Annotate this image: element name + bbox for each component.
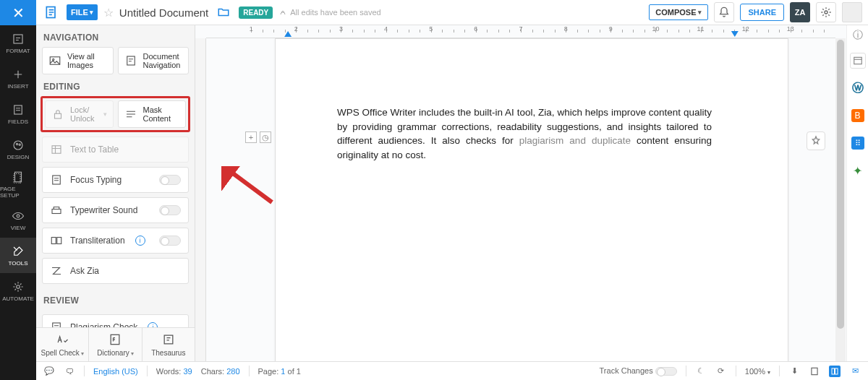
rail-insert[interactable]: INSERT xyxy=(0,61,36,96)
gutter-controls: + ◷ xyxy=(245,131,271,143)
comments-icon[interactable]: 💬 xyxy=(43,366,55,377)
view-mode-web[interactable] xyxy=(829,366,841,377)
refresh-icon[interactable]: ⟳ xyxy=(715,366,727,377)
settings-button[interactable] xyxy=(816,2,836,22)
spell-check[interactable]: Spell Check▾ xyxy=(36,328,89,361)
ask-zia[interactable]: Ask Zia xyxy=(42,258,189,284)
language-selector[interactable]: English (US) xyxy=(93,367,138,376)
chat-icon[interactable]: 🗨 xyxy=(64,366,75,377)
top-toolbar: FILE▾ ☆ Untitled Document READY All edit… xyxy=(36,0,868,25)
rail-page-setup[interactable]: PAGE SETUP xyxy=(0,167,36,202)
gutter-expand[interactable]: ◷ xyxy=(260,131,271,143)
tools-panel: NAVIGATION View all Images Document Navi… xyxy=(36,25,195,361)
share-button[interactable]: SHARE xyxy=(740,4,784,21)
close-app-button[interactable]: ✕ xyxy=(0,0,36,25)
svg-point-10 xyxy=(825,11,827,14)
char-count[interactable]: Chars: 280 xyxy=(201,367,240,376)
lock-unlock-label: Lock/ Unlock xyxy=(70,105,98,123)
info-icon[interactable]: i xyxy=(135,236,145,246)
horizontal-ruler[interactable]: 12345678910111213 xyxy=(206,25,835,38)
ready-badge: READY xyxy=(239,7,273,19)
typewriter-sound[interactable]: Typewriter Sound xyxy=(42,197,189,223)
app-icon[interactable] xyxy=(42,3,61,22)
mask-content[interactable]: Mask Content xyxy=(118,100,187,128)
moon-icon[interactable]: ☾ xyxy=(695,366,707,377)
document-page[interactable]: + ◷ WPS Office Writer includes the built… xyxy=(275,38,788,380)
lock-mask-highlight: Lock/ Unlock ▾ Mask Content xyxy=(41,96,190,132)
rail-fields[interactable]: FIELDS xyxy=(0,96,36,131)
focus-typing[interactable]: Focus Typing xyxy=(42,167,189,193)
svg-rect-16 xyxy=(53,176,61,184)
layout-icon[interactable] xyxy=(850,53,866,69)
notifications-button[interactable] xyxy=(714,2,734,22)
track-changes[interactable]: Track Changes xyxy=(600,366,677,376)
connector-icon[interactable]: ⠿ xyxy=(850,135,866,151)
text-to-table[interactable]: Text to Table xyxy=(42,137,189,163)
svg-point-4 xyxy=(19,144,20,145)
svg-rect-19 xyxy=(57,238,61,244)
svg-point-2 xyxy=(14,141,22,150)
extensions-icon[interactable]: ✦ xyxy=(850,163,866,178)
svg-point-8 xyxy=(17,285,20,288)
nav-section-header: NAVIGATION xyxy=(36,25,195,47)
lock-unlock[interactable]: Lock/ Unlock ▾ xyxy=(45,100,114,128)
page-indicator[interactable]: Page: 1 of 1 xyxy=(258,367,301,376)
file-menu-button[interactable]: FILE▾ xyxy=(67,4,98,20)
rail-view[interactable]: VIEW xyxy=(0,202,36,238)
info-icon[interactable]: ⓘ xyxy=(852,30,864,41)
za-button[interactable]: ZA xyxy=(790,2,810,22)
ai-suggestion-chip[interactable] xyxy=(807,131,825,150)
svg-rect-18 xyxy=(51,238,56,244)
mask-content-label: Mask Content xyxy=(143,105,180,123)
blogger-icon[interactable]: B xyxy=(850,108,866,124)
document-title[interactable]: Untitled Document xyxy=(119,7,208,19)
view-mode-print[interactable] xyxy=(809,366,820,377)
svg-rect-15 xyxy=(52,146,61,154)
feedback-icon[interactable]: ✉ xyxy=(849,366,861,377)
word-count[interactable]: Words: 39 xyxy=(156,367,192,376)
svg-rect-14 xyxy=(55,113,61,118)
svg-rect-17 xyxy=(52,210,61,214)
rail-design[interactable]: DESIGN xyxy=(0,131,36,167)
compose-button[interactable]: COMPOSE xyxy=(649,4,708,20)
svg-rect-24 xyxy=(812,368,817,374)
status-bar: 💬 🗨 English (US) Words: 39 Chars: 280 Pa… xyxy=(36,361,868,380)
translit-toggle[interactable] xyxy=(159,236,181,246)
thesaurus[interactable]: Thesaurus xyxy=(142,328,195,361)
svg-rect-23 xyxy=(854,57,861,64)
svg-rect-25 xyxy=(832,368,835,374)
svg-rect-1 xyxy=(14,105,22,114)
focus-toggle[interactable] xyxy=(159,175,181,185)
wordpress-icon[interactable]: ⓦ xyxy=(850,80,866,96)
document-navigation-label: Document Navigation xyxy=(143,52,183,69)
dictionary[interactable]: Dictionary▾ xyxy=(89,328,142,361)
favorite-star[interactable]: ☆ xyxy=(103,6,114,20)
plagiarism-span: plagiarism and duplicate xyxy=(519,135,631,146)
view-all-images[interactable]: View all Images xyxy=(42,47,114,74)
vertical-scrollbar[interactable] xyxy=(835,38,846,361)
gutter-plus[interactable]: + xyxy=(245,131,257,143)
vertical-ruler[interactable] xyxy=(195,38,206,361)
editing-section-header: EDITING xyxy=(36,74,195,96)
document-body-text[interactable]: WPS Office Writer includes the built-in … xyxy=(337,105,712,162)
sound-toggle[interactable] xyxy=(159,205,181,215)
typewriter-sound-label: Typewriter Sound xyxy=(70,205,137,215)
rail-tools[interactable]: TOOLS xyxy=(0,238,36,273)
svg-point-3 xyxy=(16,143,17,144)
download-icon[interactable]: ⬇ xyxy=(788,366,800,377)
editor-canvas: 12345678910111213 + ◷ WPS Office Writer … xyxy=(195,25,846,361)
document-navigation[interactable]: Document Navigation xyxy=(118,47,190,74)
transliteration[interactable]: Transliteration i xyxy=(42,228,189,254)
save-status: All edits have been saved xyxy=(278,8,380,17)
left-rail: ✕ FORMAT INSERT FIELDS DESIGN PAGE SETUP… xyxy=(0,0,36,380)
rail-format[interactable]: FORMAT xyxy=(0,25,36,61)
review-section-header: REVIEW xyxy=(36,288,195,310)
user-avatar[interactable] xyxy=(842,2,862,22)
view-all-images-label: View all Images xyxy=(67,52,107,69)
text-to-table-label: Text to Table xyxy=(70,144,119,155)
chevron-down-icon: ▾ xyxy=(103,111,107,118)
rail-automate[interactable]: AUTOMATE xyxy=(0,273,36,308)
zoom-level[interactable]: 100% ▾ xyxy=(745,367,770,376)
svg-point-7 xyxy=(17,215,20,217)
folder-icon[interactable] xyxy=(214,3,233,22)
